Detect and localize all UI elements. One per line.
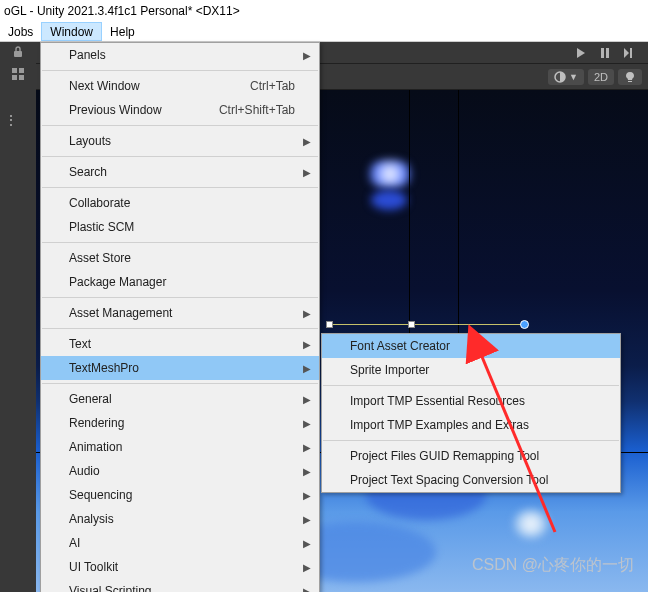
svg-rect-1 xyxy=(606,48,609,58)
menu-item-label: Search xyxy=(69,165,107,179)
menu-item-package-manager[interactable]: Package Manager xyxy=(41,270,319,294)
menu-separator xyxy=(42,297,318,298)
menu-window[interactable]: Window xyxy=(41,22,102,41)
menu-separator xyxy=(42,187,318,188)
menu-separator xyxy=(42,242,318,243)
menu-item-audio[interactable]: Audio▶ xyxy=(41,459,319,483)
menu-item-plastic-scm[interactable]: Plastic SCM xyxy=(41,215,319,239)
menu-item-ui-toolkit[interactable]: UI Toolkit▶ xyxy=(41,555,319,579)
menu-item-next-window[interactable]: Next WindowCtrl+Tab xyxy=(41,74,319,98)
menu-separator xyxy=(42,328,318,329)
menu-item-general[interactable]: General▶ xyxy=(41,387,319,411)
menu-item-panels[interactable]: Panels▶ xyxy=(41,43,319,67)
menu-item-animation[interactable]: Animation▶ xyxy=(41,435,319,459)
menubar: Jobs Window Help xyxy=(0,22,648,42)
play-button[interactable] xyxy=(570,44,592,62)
menu-item-label: Project Text Spacing Conversion Tool xyxy=(350,473,548,487)
menu-item-text[interactable]: Text▶ xyxy=(41,332,319,356)
window-dropdown: Panels▶Next WindowCtrl+TabPrevious Windo… xyxy=(40,42,320,592)
menu-item-label: Text xyxy=(69,337,91,351)
menu-item-shortcut: Ctrl+Tab xyxy=(250,79,295,93)
shading-dropdown[interactable]: ▼ xyxy=(548,69,584,85)
watermark: CSDN @心疼你的一切 xyxy=(472,555,634,576)
submenu-arrow-icon: ▶ xyxy=(303,50,311,61)
menu-item-label: Import TMP Essential Resources xyxy=(350,394,525,408)
menu-item-label: Font Asset Creator xyxy=(350,339,450,353)
menu-item-label: Collaborate xyxy=(69,196,130,210)
menu-item-sprite-importer[interactable]: Sprite Importer xyxy=(322,358,620,382)
submenu-arrow-icon: ▶ xyxy=(303,490,311,501)
menu-jobs[interactable]: Jobs xyxy=(0,22,41,41)
submenu-arrow-icon: ▶ xyxy=(303,466,311,477)
submenu-arrow-icon: ▶ xyxy=(303,514,311,525)
submenu-arrow-icon: ▶ xyxy=(303,586,311,593)
menu-item-label: Sequencing xyxy=(69,488,132,502)
menu-item-label: UI Toolkit xyxy=(69,560,118,574)
step-button[interactable] xyxy=(618,44,640,62)
menu-item-label: Package Manager xyxy=(69,275,166,289)
svg-rect-4 xyxy=(14,51,22,57)
overflow-dots-icon[interactable]: ⋮ xyxy=(4,112,20,128)
rect-gizmo[interactable] xyxy=(328,324,528,325)
left-tool-column xyxy=(0,42,36,102)
scene-decor xyxy=(514,510,548,538)
menu-item-asset-management[interactable]: Asset Management▶ xyxy=(41,301,319,325)
svg-rect-6 xyxy=(19,68,24,73)
menu-item-rendering[interactable]: Rendering▶ xyxy=(41,411,319,435)
svg-rect-8 xyxy=(19,75,24,80)
menu-item-collaborate[interactable]: Collaborate xyxy=(41,191,319,215)
svg-rect-7 xyxy=(12,75,17,80)
gizmo-handle[interactable] xyxy=(520,320,529,329)
menu-item-project-files-guid-remapping-tool[interactable]: Project Files GUID Remapping Tool xyxy=(322,444,620,468)
menu-item-label: Visual Scripting xyxy=(69,584,152,592)
menu-item-label: General xyxy=(69,392,112,406)
gizmo-handle[interactable] xyxy=(326,321,333,328)
menu-item-import-tmp-essential-resources[interactable]: Import TMP Essential Resources xyxy=(322,389,620,413)
textmeshpro-submenu: Font Asset CreatorSprite ImporterImport … xyxy=(321,333,621,493)
menu-item-font-asset-creator[interactable]: Font Asset Creator xyxy=(322,334,620,358)
submenu-arrow-icon: ▶ xyxy=(303,363,311,374)
menu-item-sequencing[interactable]: Sequencing▶ xyxy=(41,483,319,507)
submenu-arrow-icon: ▶ xyxy=(303,394,311,405)
menu-item-label: Next Window xyxy=(69,79,140,93)
submenu-arrow-icon: ▶ xyxy=(303,339,311,350)
menu-item-ai[interactable]: AI▶ xyxy=(41,531,319,555)
menu-item-project-text-spacing-conversion-tool[interactable]: Project Text Spacing Conversion Tool xyxy=(322,468,620,492)
scene-decor xyxy=(366,160,414,188)
scene-decor xyxy=(371,190,407,210)
menu-item-label: Sprite Importer xyxy=(350,363,429,377)
menu-item-label: Project Files GUID Remapping Tool xyxy=(350,449,539,463)
menu-separator xyxy=(323,440,619,441)
menu-item-search[interactable]: Search▶ xyxy=(41,160,319,184)
2d-toggle[interactable]: 2D xyxy=(588,69,614,85)
menu-item-label: Rendering xyxy=(69,416,124,430)
grid-icon[interactable] xyxy=(11,67,25,84)
menu-item-label: Import TMP Examples and Extras xyxy=(350,418,529,432)
menu-help[interactable]: Help xyxy=(102,22,143,41)
menu-item-layouts[interactable]: Layouts▶ xyxy=(41,129,319,153)
lighting-toggle[interactable] xyxy=(618,69,642,85)
submenu-arrow-icon: ▶ xyxy=(303,167,311,178)
submenu-arrow-icon: ▶ xyxy=(303,562,311,573)
menu-item-label: AI xyxy=(69,536,80,550)
menu-item-visual-scripting[interactable]: Visual Scripting▶ xyxy=(41,579,319,592)
svg-rect-0 xyxy=(601,48,604,58)
menu-separator xyxy=(323,385,619,386)
menu-separator xyxy=(42,70,318,71)
gizmo-handle[interactable] xyxy=(408,321,415,328)
submenu-arrow-icon: ▶ xyxy=(303,308,311,319)
menu-item-textmeshpro[interactable]: TextMeshPro▶ xyxy=(41,356,319,380)
menu-item-label: Asset Store xyxy=(69,251,131,265)
menu-item-analysis[interactable]: Analysis▶ xyxy=(41,507,319,531)
pause-button[interactable] xyxy=(594,44,616,62)
menu-item-label: Panels xyxy=(69,48,106,62)
lock-icon[interactable] xyxy=(12,46,24,61)
menu-item-label: Animation xyxy=(69,440,122,454)
menu-item-asset-store[interactable]: Asset Store xyxy=(41,246,319,270)
menu-separator xyxy=(42,125,318,126)
menu-item-previous-window[interactable]: Previous WindowCtrl+Shift+Tab xyxy=(41,98,319,122)
menu-item-import-tmp-examples-and-extras[interactable]: Import TMP Examples and Extras xyxy=(322,413,620,437)
menu-item-label: Previous Window xyxy=(69,103,162,117)
title-text: oGL - Unity 2021.3.4f1c1 Personal* <DX11… xyxy=(4,4,240,18)
titlebar: oGL - Unity 2021.3.4f1c1 Personal* <DX11… xyxy=(0,0,648,22)
